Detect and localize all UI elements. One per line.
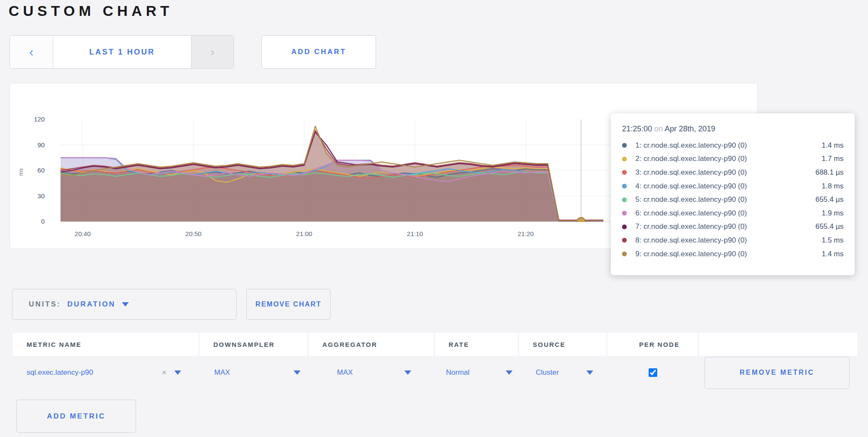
tooltip-series-value: 688.1 µs: [815, 168, 844, 177]
next-time-range-button[interactable]: ›: [191, 36, 234, 68]
metric-name-value: sql.exec.latency-p90: [27, 368, 93, 377]
rate-select[interactable]: Normal: [435, 356, 518, 389]
x-tick-label: 20:40: [75, 230, 91, 237]
tooltip-series-value: 1.8 ms: [822, 182, 844, 191]
tooltip-series-label: 8: cr.node.sql.exec.latency-p90 (0): [635, 236, 822, 245]
aggregator-value: MAX: [337, 368, 353, 377]
chevron-down-icon: [404, 370, 411, 375]
chevron-down-icon: [174, 370, 181, 375]
tooltip-row: 5: cr.node.sql.exec.latency-p90 (0)655.4…: [622, 193, 844, 206]
tooltip-on-word: on: [654, 124, 663, 133]
series-color-dot: [622, 211, 627, 215]
y-tick-label: 120: [34, 115, 45, 123]
tooltip-time: 21:25:00: [622, 124, 652, 133]
y-tick-label: 90: [37, 141, 45, 149]
remove-chart-button[interactable]: REMOVE CHART: [246, 289, 331, 320]
chevron-down-icon: [294, 370, 300, 375]
chevron-down-icon: [586, 370, 593, 375]
prev-time-range-button[interactable]: ‹: [10, 36, 53, 68]
tooltip-series-value: 1.5 ms: [822, 236, 844, 245]
metric-table-header: METRIC NAME DOWNSAMPLER AGGREGATOR RATE …: [13, 333, 857, 356]
chevron-down-icon: [506, 370, 513, 375]
per-node-cell: [607, 356, 698, 389]
tooltip-row: 1: cr.node.sql.exec.latency-p90 (0)1.4 m…: [622, 139, 844, 152]
tooltip-row: 2: cr.node.sql.exec.latency-p90 (0)1.7 m…: [622, 152, 844, 166]
units-value: DURATION: [67, 300, 115, 309]
tooltip-header: 21:25:00 on Apr 28th, 2019: [622, 124, 844, 134]
series-color-dot: [622, 238, 627, 243]
y-tick-label: 30: [37, 192, 45, 200]
tooltip-series-label: 4: cr.node.sql.exec.latency-p90 (0): [635, 182, 822, 191]
tooltip-series-label: 7: cr.node.sql.exec.latency-p90 (0): [635, 222, 815, 231]
series-color-dot: [622, 252, 627, 256]
tooltip-series-value: 1.9 ms: [822, 209, 844, 218]
y-tick-label: 0: [41, 218, 45, 225]
tooltip-series-label: 5: cr.node.sql.exec.latency-p90 (0): [635, 195, 815, 204]
tooltip-series-value: 1.4 ms: [822, 250, 844, 258]
series-color-dot: [622, 225, 627, 229]
tooltip-series-value: 1.7 ms: [822, 155, 844, 163]
tooltip-series-value: 1.4 ms: [822, 141, 844, 150]
tooltip-series-value: 655.4 µs: [815, 195, 844, 204]
aggregator-select[interactable]: MAX: [309, 356, 434, 389]
clear-metric-icon[interactable]: ×: [162, 368, 167, 377]
header-aggregator: AGGREGATOR: [309, 333, 434, 356]
page-title: CUSTOM CHART: [9, 3, 173, 19]
header-downsampler: DOWNSAMPLER: [200, 333, 307, 356]
metric-name-select[interactable]: sql.exec.latency-p90 ×: [13, 356, 198, 389]
time-range-control: ‹ LAST 1 HOUR ›: [9, 35, 234, 69]
add-metric-button[interactable]: ADD METRIC: [16, 400, 136, 433]
metric-table-row: sql.exec.latency-p90 × MAX MAX Normal Cl…: [13, 356, 857, 389]
chart-tooltip: 21:25:00 on Apr 28th, 2019 1: cr.node.sq…: [611, 113, 855, 275]
time-range-button[interactable]: LAST 1 HOUR: [53, 36, 191, 68]
tooltip-series-list: 1: cr.node.sql.exec.latency-p90 (0)1.4 m…: [622, 139, 844, 261]
header-source: SOURCE: [519, 333, 606, 356]
add-chart-button[interactable]: ADD CHART: [261, 35, 376, 69]
x-tick-label: 20:50: [185, 230, 202, 237]
chart-card: 030609012020:4020:5021:0021:1021:20ms 21…: [9, 83, 758, 249]
header-rate: RATE: [435, 333, 518, 356]
units-label: UNITS:: [29, 300, 61, 309]
chevron-down-icon: [122, 302, 129, 307]
tooltip-series-label: 2: cr.node.sql.exec.latency-p90 (0): [635, 155, 822, 163]
header-actions: [699, 333, 857, 356]
x-tick-label: 21:00: [296, 230, 313, 237]
actions-cell: REMOVE METRIC: [699, 356, 857, 389]
tooltip-series-label: 1: cr.node.sql.exec.latency-p90 (0): [635, 141, 822, 150]
source-select[interactable]: Cluster: [519, 356, 606, 389]
header-per-node: PER NODE: [607, 333, 698, 356]
series-color-dot: [622, 184, 627, 188]
series-color-dot: [622, 157, 627, 161]
tooltip-row: 4: cr.node.sql.exec.latency-p90 (0)1.8 m…: [622, 179, 844, 193]
tooltip-date: Apr 28th, 2019: [665, 124, 715, 133]
tooltip-row: 7: cr.node.sql.exec.latency-p90 (0)655.4…: [622, 220, 844, 234]
tooltip-series-label: 6: cr.node.sql.exec.latency-p90 (0): [635, 209, 822, 218]
series-color-dot: [622, 143, 627, 148]
source-value: Cluster: [536, 368, 559, 377]
units-dropdown[interactable]: UNITS: DURATION: [12, 289, 237, 320]
tooltip-row: 8: cr.node.sql.exec.latency-p90 (0)1.5 m…: [622, 234, 844, 247]
tooltip-row: 9: cr.node.sql.exec.latency-p90 (0)1.4 m…: [622, 247, 844, 261]
remove-metric-button[interactable]: REMOVE METRIC: [704, 357, 850, 389]
hover-point: [577, 218, 585, 226]
tooltip-row: 3: cr.node.sql.exec.latency-p90 (0)688.1…: [622, 166, 844, 179]
x-tick-label: 21:10: [407, 230, 423, 237]
header-metric-name: METRIC NAME: [13, 333, 198, 356]
downsampler-value: MAX: [214, 368, 230, 377]
series-color-dot: [622, 197, 627, 202]
downsampler-select[interactable]: MAX: [200, 356, 307, 389]
per-node-checkbox[interactable]: [649, 368, 657, 377]
rate-value: Normal: [446, 368, 470, 377]
tooltip-series-value: 655.4 µs: [815, 222, 844, 231]
y-tick-label: 60: [37, 167, 45, 174]
x-tick-label: 21:20: [518, 230, 534, 237]
tooltip-row: 6: cr.node.sql.exec.latency-p90 (0)1.9 m…: [622, 206, 844, 220]
tooltip-series-label: 3: cr.node.sql.exec.latency-p90 (0): [635, 168, 815, 177]
tooltip-series-label: 9: cr.node.sql.exec.latency-p90 (0): [635, 250, 822, 258]
series-color-dot: [622, 170, 627, 175]
y-axis-label: ms: [18, 168, 24, 176]
